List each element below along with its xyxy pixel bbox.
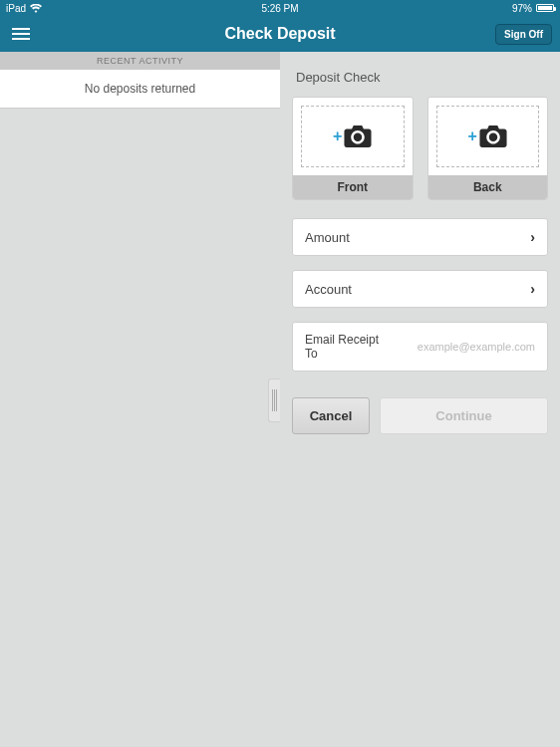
plus-icon: +: [468, 127, 477, 145]
signoff-button[interactable]: Sign Off: [495, 24, 552, 45]
panel-grip[interactable]: [268, 378, 280, 422]
capture-back-area: +: [436, 106, 540, 167]
left-panel: RECENT ACTIVITY No deposits returned: [0, 52, 280, 747]
account-label: Account: [305, 282, 352, 297]
nav-bar: Check Deposit Sign Off: [0, 16, 560, 52]
capture-back-label: Back: [428, 175, 548, 199]
battery-icon: [536, 4, 554, 12]
continue-button: Continue: [380, 397, 548, 434]
capture-front-area: +: [301, 106, 405, 167]
deposit-section-title: Deposit Check: [296, 70, 548, 85]
capture-row: + Front + Back: [292, 97, 548, 200]
status-right: 97%: [512, 3, 554, 14]
capture-front-label: Front: [293, 175, 413, 199]
content: RECENT ACTIVITY No deposits returned Dep…: [0, 52, 560, 747]
account-row[interactable]: Account ›: [292, 270, 548, 308]
camera-icon: [479, 125, 507, 147]
amount-label: Amount: [305, 230, 350, 245]
capture-back[interactable]: + Back: [427, 97, 549, 200]
status-left: iPad: [6, 3, 42, 14]
menu-icon[interactable]: [8, 24, 34, 44]
status-bar: iPad 5:26 PM 97%: [0, 0, 560, 16]
device-label: iPad: [6, 3, 26, 14]
email-input[interactable]: [398, 341, 535, 353]
camera-icon: [344, 125, 372, 147]
chevron-right-icon: ›: [530, 281, 535, 297]
email-row: Email Receipt To: [292, 322, 548, 372]
recent-activity-empty: No deposits returned: [0, 70, 280, 109]
capture-front[interactable]: + Front: [292, 97, 414, 200]
plus-icon: +: [333, 127, 342, 145]
chevron-right-icon: ›: [530, 229, 535, 245]
page-title: Check Deposit: [224, 25, 335, 43]
status-time: 5:26 PM: [261, 3, 298, 14]
email-label: Email Receipt To: [305, 333, 390, 361]
cancel-button[interactable]: Cancel: [292, 397, 370, 434]
button-row: Cancel Continue: [292, 397, 548, 434]
recent-activity-header: RECENT ACTIVITY: [0, 52, 280, 70]
battery-pct: 97%: [512, 3, 532, 14]
amount-row[interactable]: Amount ›: [292, 218, 548, 256]
wifi-icon: [30, 4, 42, 13]
right-panel: Deposit Check + Front + Back: [280, 52, 560, 747]
